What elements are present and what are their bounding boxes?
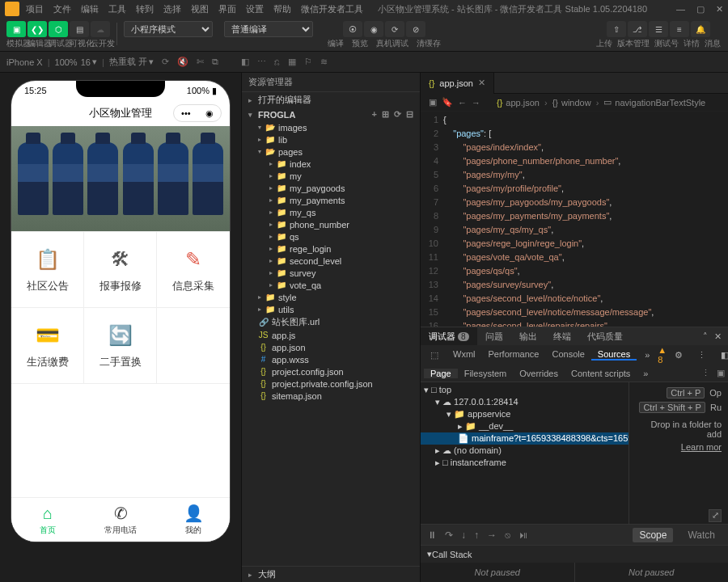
warning-badge[interactable]: ▲ 8 — [658, 345, 667, 365]
source-tree-item[interactable]: ▾ □ top — [421, 384, 629, 396]
file-tab[interactable]: {} app.json ✕ — [421, 73, 494, 94]
new-file-icon[interactable]: + — [372, 109, 377, 120]
menu-item[interactable]: 界面 — [218, 3, 236, 15]
step-out-icon[interactable]: ↑ — [474, 529, 479, 541]
tree-item[interactable]: #app.wxss — [242, 353, 420, 365]
tree-item[interactable]: 📁my_paygoods — [242, 182, 420, 194]
menu-item[interactable]: 文件 — [53, 3, 71, 15]
version-button[interactable]: ⎇ — [628, 21, 647, 37]
layers-icon[interactable]: ≋ — [320, 57, 328, 67]
devtool-tab[interactable]: Console — [545, 349, 590, 361]
detail-button[interactable]: ≡ — [670, 21, 689, 37]
more-icon[interactable]: ⋮ — [701, 368, 710, 378]
branch-icon[interactable]: ⎌ — [274, 57, 280, 67]
more-tabs-icon[interactable]: » — [638, 350, 656, 360]
maximize-icon[interactable]: ▢ — [696, 4, 705, 15]
tree-item[interactable]: JSapp.js — [242, 329, 420, 341]
source-tree-item[interactable]: ▾ 📁 appservice — [421, 408, 629, 420]
tab-item[interactable]: ✆常用电话 — [84, 498, 157, 542]
menu-item[interactable]: 帮助 — [273, 3, 291, 15]
tree-item[interactable]: 📁qs — [242, 230, 420, 242]
deactivate-icon[interactable]: ⍉ — [505, 529, 510, 541]
compile-button[interactable]: ⦿ — [343, 21, 362, 37]
menu-item[interactable]: 视图 — [191, 3, 209, 15]
tree-item[interactable]: 📁survey — [242, 267, 420, 279]
debugger-button[interactable]: ⬡ — [49, 21, 68, 37]
bookmark-icon[interactable]: 🔖 — [442, 97, 453, 108]
tree-item[interactable]: 📁vote_qa — [242, 279, 420, 291]
collapse-icon[interactable]: ⊟ — [406, 109, 413, 120]
debug-tab[interactable]: 问题 — [477, 327, 511, 345]
menu-item[interactable]: 项目 — [26, 3, 44, 15]
menu-item[interactable]: 编辑 — [81, 3, 99, 15]
cloud-button[interactable]: ☁ — [91, 21, 110, 37]
devtool-tab[interactable]: Performance — [482, 349, 546, 361]
device-select[interactable]: iPhone X — [6, 57, 43, 67]
sources-subtab[interactable]: Page — [424, 369, 458, 378]
editor-button[interactable]: ❮❯ — [28, 21, 47, 37]
tree-item[interactable]: 📁phone_number — [242, 218, 420, 230]
mode-select[interactable]: 小程序模式 — [124, 21, 213, 37]
dock-icon[interactable]: ◧ — [714, 350, 728, 361]
grid-icon[interactable]: ▦ — [288, 57, 296, 67]
capsule[interactable]: •••◉ — [173, 104, 222, 122]
remote-debug-button[interactable]: ⟳ — [385, 21, 404, 37]
tree-item[interactable]: {}project.config.json — [242, 365, 420, 377]
grid-item[interactable]: ✎信息采集 — [157, 232, 230, 308]
inspect-icon[interactable]: ⬚ — [424, 350, 445, 361]
hotreload-label[interactable]: 热重载 开 — [109, 56, 147, 68]
callstack-header[interactable]: ▾ Call Stack — [421, 545, 728, 563]
debug-tab[interactable]: 调试器8 — [421, 327, 477, 345]
split-icon[interactable]: ◧ — [241, 57, 249, 67]
source-tree-item[interactable]: ▸ □ instanceframe — [421, 457, 629, 469]
tree-item[interactable]: 📁second_level — [242, 255, 420, 267]
tab-item[interactable]: 👤我的 — [157, 498, 230, 542]
close-icon[interactable]: ✕ — [478, 78, 485, 88]
grid-item[interactable]: 📋社区公告 — [11, 232, 84, 308]
mute-icon[interactable]: 🔇 — [177, 57, 188, 67]
step-over-icon[interactable]: ↷ — [445, 529, 453, 541]
tree-item[interactable]: {}sitemap.json — [242, 390, 420, 402]
more-icon[interactable]: » — [637, 369, 654, 378]
step-icon[interactable]: → — [487, 529, 497, 541]
devtool-tab[interactable]: Sources — [591, 349, 637, 361]
new-folder-icon[interactable]: ⊞ — [382, 109, 389, 120]
menu-item[interactable]: 工具 — [108, 3, 126, 15]
open-editors-section[interactable]: ▸打开的编辑器 — [242, 92, 420, 108]
debug-tab[interactable]: 输出 — [511, 327, 545, 345]
devtool-tab[interactable]: Wxml — [447, 349, 482, 361]
expand-icon[interactable]: ⤢ — [709, 509, 722, 522]
bookmark-icon[interactable]: ▣ — [429, 97, 437, 108]
clear-cache-button[interactable]: ⊘ — [406, 21, 425, 37]
refresh-icon[interactable]: ⟳ — [162, 57, 169, 67]
close-icon[interactable]: ✕ — [716, 4, 723, 15]
tree-item[interactable]: 📂images — [242, 121, 420, 133]
tree-item[interactable]: 📁index — [242, 158, 420, 170]
more-icon[interactable]: ⋮ — [691, 350, 713, 361]
source-tree-item[interactable]: 📄 mainframe?t=1659338488398&cts=16593384… — [421, 432, 629, 445]
sources-subtab[interactable]: Content scripts — [565, 369, 637, 378]
test-button[interactable]: ☰ — [649, 21, 668, 37]
step-into-icon[interactable]: ↓ — [461, 529, 466, 541]
code-editor[interactable]: 1234567891011121314151617 { "pages": [ "… — [421, 112, 728, 327]
zoom-select[interactable]: 100% — [55, 57, 78, 67]
visual-button[interactable]: ▤ — [70, 21, 89, 37]
pause-exc-icon[interactable]: ⏯ — [518, 529, 528, 541]
sources-subtab[interactable]: Filesystem — [458, 369, 514, 378]
menu-item[interactable]: 微信开发者工具 — [301, 3, 363, 15]
tree-item[interactable]: 📁my — [242, 170, 420, 182]
tree-item[interactable]: 📁lib — [242, 133, 420, 146]
back-icon[interactable]: ← — [458, 98, 467, 108]
project-section[interactable]: ▾FROGLA + ⊞ ⟳ ⊟ — [242, 108, 420, 121]
watch-tab[interactable]: Watch — [681, 528, 722, 542]
tree-item[interactable]: 📁my_payments — [242, 194, 420, 206]
refresh-icon[interactable]: ⟳ — [394, 109, 401, 120]
tree-item[interactable]: 🔗站长图库.url — [242, 315, 420, 329]
grid-item[interactable]: 💳生活缴费 — [11, 308, 84, 384]
source-tree-item[interactable]: ▸ ☁ (no domain) — [421, 445, 629, 457]
settings-icon[interactable]: ⚙ — [668, 350, 689, 361]
tree-item[interactable]: {}app.json — [242, 341, 420, 353]
fwd-icon[interactable]: → — [472, 98, 480, 108]
copy-icon[interactable]: ⧉ — [212, 57, 218, 67]
cut-icon[interactable]: ✄ — [197, 57, 204, 67]
